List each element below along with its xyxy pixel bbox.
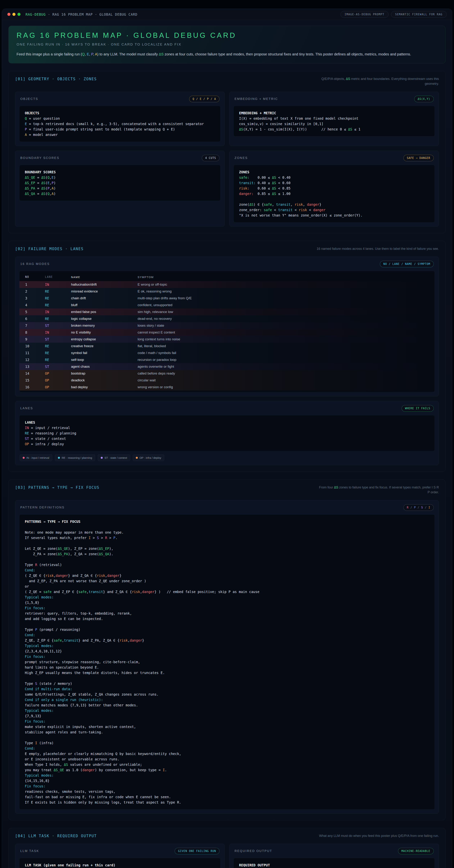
code-line: zone_order: safe < transit < risk < dang… [239, 207, 429, 213]
panel-output-badge: MACHINE-READABLE [398, 848, 434, 854]
code-line: ΔS_EP = ΔS(E,P) [25, 180, 215, 186]
section-01-header: [01] GEOMETRY · OBJECTS · ZONES Q/E/P/A … [15, 76, 439, 86]
intro-paragraph: Feed this image plus a single failing ru… [17, 52, 437, 56]
mode-row-2: 2REmisread evidenceE ok, reasoning wrong [20, 288, 434, 295]
code-line: Cond: [25, 632, 429, 638]
column-header-name: NAME [71, 276, 138, 279]
mode-cell-symptom: sim high, relevance low [138, 310, 434, 314]
panel-zones-header: ZONES SAFE → DANGER [233, 154, 435, 162]
app-name: RAG-DEBUG [26, 12, 46, 17]
code-line [25, 524, 429, 530]
mode-cell-lane: OP [45, 378, 71, 382]
page-title: RAG 16 PROBLEM MAP · GLOBAL DEBUG CARD [17, 31, 437, 39]
mode-cell-symptom: multi-step plan drifts away from Q/E [138, 296, 434, 300]
section-03-patterns: [03] PATTERNS → TYPE → FIX FOCUS From fo… [8, 479, 446, 820]
mode-row-7: 7STbroken memoryloses story / state [20, 322, 434, 329]
panel-task-header: LLM TASK GIVEN ONE FAILING RUN [19, 847, 221, 855]
boundary-code-block: BOUNDARY SCORESΔS_QE = ΔS(Q,E)ΔS_EP = ΔS… [19, 165, 221, 201]
mode-row-6: 6RElogic collapsedead-end, no recovery [20, 315, 434, 322]
mode-cell-symptom: code / math / symbols fail [138, 351, 434, 355]
lanes-code-block: LANESIN = input / retrievalRE = reasonin… [19, 415, 435, 451]
mode-cell-no: 13 [25, 365, 45, 369]
mode-cell-symptom: flat, literal, blocked [138, 344, 434, 348]
code-line: or [25, 584, 429, 589]
section-02-note: 16 named failure modes across 4 lanes. U… [317, 246, 439, 251]
panel-modes-header: 16 RAG MODES NO / LANE / NAME / SYMPTOM [19, 260, 435, 268]
column-header-symptom: SYMPTOM [138, 276, 434, 279]
lane-dot-icon [136, 457, 138, 459]
panel-patterns-badge: R / P / S / I [403, 504, 434, 511]
code-line: {14,15,16,8} [25, 778, 429, 783]
app-window: RAG-DEBUG · RAG 16 PROBLEM MAP · GLOBAL … [2, 9, 452, 868]
mode-cell-symptom: recursion or paradox loop [138, 358, 434, 362]
code-line: Typical modes: [25, 643, 429, 648]
code-line: Type S (state / memory) [25, 681, 429, 686]
panel-objects-header: OBJECTS Q / E / P / A [19, 95, 221, 103]
code-line: If E exists but is hidden only by missin… [25, 800, 429, 805]
modes-table: NO LANE NAME SYMPTOM 1INhallucination/dr… [19, 271, 435, 392]
code-line: When Type I holds, ΔS values are undefin… [25, 762, 429, 767]
code-line [239, 196, 429, 202]
code-line: ZONES [239, 169, 429, 175]
mode-cell-lane: IN [45, 331, 71, 334]
panel-objects-label: OBJECTS [20, 97, 38, 101]
mode-row-14: 14OPbootstrapcalled before deps ready [20, 370, 434, 377]
code-line: stabilize agent roles and turn-taking. [25, 730, 429, 735]
code-line: risk: 0.60 ≤ ΔS < 0.85 [239, 186, 429, 191]
close-button-icon[interactable] [7, 13, 10, 16]
window-title: RAG-DEBUG · RAG 16 PROBLEM MAP · GLOBAL … [26, 12, 137, 17]
mode-cell-name: broken memory [71, 323, 138, 328]
panel-task-label: LLM TASK [20, 849, 39, 853]
code-line: readiness checks, smoke tests, version t… [25, 789, 429, 794]
minimize-button-icon[interactable] [12, 13, 15, 16]
mode-cell-name: symbol fail [71, 351, 138, 355]
section-01-note: Q/E/P/A objects, ΔS metric and four boun… [317, 76, 439, 86]
code-line: Q = user question [25, 116, 215, 121]
mode-cell-name: self-loop [71, 358, 138, 362]
code-line [25, 735, 429, 740]
mode-cell-symptom: wrong version or config [138, 385, 434, 389]
mode-cell-lane: RE [45, 351, 71, 355]
code-line: Fix focus: [25, 654, 429, 659]
task-code-block: LLM TASK (given one failing run + this c… [19, 858, 221, 868]
mode-cell-lane: IN [45, 310, 71, 314]
mode-cell-no: 4 [25, 303, 45, 307]
code-line: make state explicit in inputs, shorten a… [25, 724, 429, 730]
mode-cell-symptom: cannot inspect E content [138, 331, 434, 334]
mode-cell-name: bad deploy [71, 385, 138, 389]
panel-embedding-badge: ΔS(X,Y) [414, 96, 434, 102]
code-line: E empty, placeholder or clearly mismatch… [25, 751, 429, 756]
code-line: BOUNDARY SCORES [25, 169, 215, 175]
code-line: IN = input / retrieval [25, 425, 429, 431]
code-line: RE = reasoning / planning [25, 431, 429, 436]
section-03-label: [03] PATTERNS → TYPE → FIX FOCUS [15, 485, 99, 490]
mode-row-8: 8INno E visibilitycannot inspect E conte… [20, 329, 434, 336]
page-subtitle: ONE FAILING RUN IN · 16 WAYS TO BREAK · … [17, 42, 437, 46]
mode-cell-no: 3 [25, 296, 45, 300]
panel-zones-badge: SAFE → DANGER [403, 155, 434, 161]
code-line: same Q/E/P/settings, Z_QE stable, Z_QA c… [25, 692, 429, 697]
panel-required-output: REQUIRED OUTPUT MACHINE-READABLE REQUIRE… [229, 844, 439, 868]
mode-row-4: 4REbluffconfident, unsupported [20, 302, 434, 308]
section-02-failure-modes: [02] FAILURE MODES · LANES 16 named fail… [8, 241, 446, 472]
code-line: If several types match, prefer I > S > R… [25, 535, 429, 540]
code-line: {2,3,4,6,10,11,12} [25, 648, 429, 654]
mode-cell-lane: RE [45, 296, 71, 300]
lane-legend-label: OP · infra / deploy [139, 456, 161, 459]
code-line: failure matches modes {7,9,13} better th… [25, 703, 429, 708]
mode-cell-name: no E visibility [71, 331, 138, 334]
section-04-header: [04] LLM TASK · REQUIRED OUTPUT What any… [15, 833, 439, 838]
mode-cell-no: 5 [25, 310, 45, 314]
titlebar-badges: IMAGE-AS-DEBUG PROMPT SEMANTIC FIREWALL … [340, 11, 447, 18]
mode-cell-name: logic collapse [71, 317, 138, 321]
code-line: fail-fast on bad or missing E, fix infra… [25, 794, 429, 800]
mode-row-13: 13STagent chaosagents overwrite or fight [20, 363, 434, 370]
panel-zones: ZONES SAFE → DANGER ZONESsafe: 0.00 ≤ ΔS… [229, 151, 439, 226]
mode-cell-lane: RE [45, 344, 71, 348]
code-line [25, 540, 429, 546]
code-line: {7,9,13} [25, 713, 429, 719]
maximize-button-icon[interactable] [18, 13, 21, 16]
window-title-rest: · RAG 16 PROBLEM MAP · GLOBAL DEBUG CARD [46, 12, 137, 17]
code-line: High Z_EP usually means the template dis… [25, 670, 429, 676]
window-titlebar: RAG-DEBUG · RAG 16 PROBLEM MAP · GLOBAL … [2, 9, 452, 20]
